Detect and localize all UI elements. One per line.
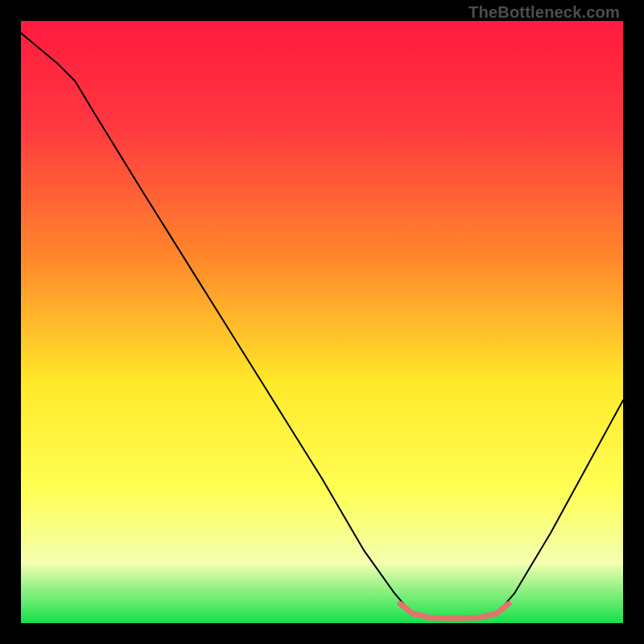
- chart-frame: TheBottleneck.com: [0, 0, 644, 644]
- watermark-text: TheBottleneck.com: [469, 3, 620, 22]
- svg-rect-0: [21, 21, 623, 623]
- plot-area: [21, 21, 623, 623]
- chart-svg: [21, 21, 623, 623]
